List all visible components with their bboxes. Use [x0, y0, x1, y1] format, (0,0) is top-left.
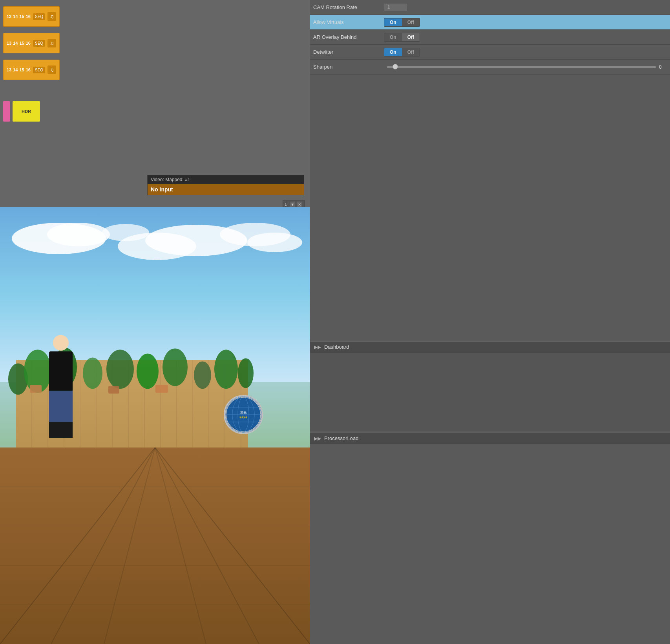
allow-virtuals-off-button[interactable]: Off — [402, 18, 420, 26]
svg-point-10 — [83, 357, 102, 389]
detwitter-label: Detwitter — [313, 49, 384, 55]
pink-ng-block — [3, 101, 10, 122]
seq-num-16b: 16 — [26, 41, 31, 45]
window-number: 1 — [285, 202, 287, 207]
dashboard-content — [310, 353, 670, 431]
svg-point-12 — [137, 353, 159, 389]
svg-line-21 — [0, 448, 155, 644]
sharpen-slider-thumb[interactable] — [393, 64, 398, 69]
dashboard-label: Dashboard — [324, 344, 349, 350]
detwitter-toggle[interactable]: On Off — [384, 48, 420, 56]
processor-section-header[interactable]: ▶▶ ProcessorLoad — [310, 433, 670, 444]
left-panel: 13 14 15 16 SEQ ♫ 13 14 15 16 SEQ ♫ 13 1… — [0, 0, 310, 208]
person-body — [49, 351, 73, 391]
allow-virtuals-label: Allow Virtuals — [313, 19, 384, 25]
right-panel: CAM Rotation Rate 1 Allow Virtuals On Of… — [310, 0, 670, 644]
hdr-block: HDR — [13, 101, 40, 122]
detwitter-row: Detwitter On Off — [310, 45, 670, 60]
video-no-input: No input — [148, 184, 304, 195]
seq-button-1[interactable]: SEQ — [33, 13, 45, 20]
seq-num-13: 13 — [7, 14, 11, 19]
floor-area — [0, 448, 310, 644]
svg-point-6 — [102, 224, 149, 241]
svg-text:世界贸易: 世界贸易 — [239, 417, 247, 419]
svg-point-5 — [247, 233, 302, 252]
sharpen-slider-container: 0 — [384, 64, 667, 70]
sharpen-row: Sharpen 0 — [310, 60, 670, 75]
seq-block-3: 13 14 15 16 SEQ ♫ — [3, 60, 60, 80]
music-button-3[interactable]: ♫ — [47, 65, 56, 74]
seq-button-3[interactable]: SEQ — [33, 67, 45, 73]
sharpen-label: Sharpen — [313, 64, 384, 70]
video-info-box: Video: Mapped: #1 No input — [147, 175, 304, 195]
svg-point-15 — [214, 349, 238, 389]
logo-badge-svg: 三元 世界贸易 — [225, 396, 262, 433]
detwitter-on-button[interactable]: On — [384, 48, 402, 56]
processor-collapse-icon[interactable]: ▶▶ — [314, 436, 321, 441]
allow-virtuals-row: Allow Virtuals On Off — [310, 15, 670, 30]
svg-line-23 — [104, 448, 155, 644]
seq-num-14c: 14 — [13, 67, 18, 72]
seq-num-15c: 15 — [20, 67, 24, 72]
ar-overlay-on-button[interactable]: On — [384, 33, 402, 41]
svg-line-25 — [155, 448, 259, 644]
music-button-2[interactable]: ♫ — [47, 39, 56, 47]
settings-panel: CAM Rotation Rate 1 Allow Virtuals On Of… — [310, 0, 670, 75]
floor-lines-svg — [0, 448, 310, 644]
detwitter-off-button[interactable]: Off — [402, 48, 420, 56]
seq-num-16: 16 — [26, 14, 31, 19]
svg-point-13 — [162, 348, 188, 386]
svg-line-26 — [155, 448, 310, 644]
seq-block-1: 13 14 15 16 SEQ ♫ — [3, 6, 60, 27]
seq-row-2: 13 14 15 16 SEQ ♫ — [3, 31, 310, 55]
settings-spacer — [310, 75, 670, 341]
cam-rotation-rate-value[interactable]: 1 — [384, 3, 407, 11]
sharpen-slider-value: 0 — [659, 64, 667, 70]
seq-num-16c: 16 — [26, 67, 31, 72]
dashboard-section-header[interactable]: ▶▶ Dashboard — [310, 341, 670, 353]
person-figure — [37, 335, 84, 460]
ar-overlay-off-button[interactable]: Off — [402, 33, 420, 41]
seq-num-13b: 13 — [7, 41, 11, 45]
svg-point-16 — [238, 358, 254, 388]
music-button-1[interactable]: ♫ — [47, 12, 56, 21]
logo-badge: 三元 世界贸易 — [224, 395, 263, 434]
window-close-button[interactable]: ✕ — [296, 201, 303, 207]
seq-block-2: 13 14 15 16 SEQ ♫ — [3, 33, 60, 53]
dashboard-collapse-icon[interactable]: ▶▶ — [314, 344, 321, 350]
allow-virtuals-toggle[interactable]: On Off — [384, 18, 420, 27]
video-info-title: Video: Mapped: #1 — [148, 175, 304, 184]
seq-num-15: 15 — [20, 14, 24, 19]
svg-line-22 — [51, 448, 155, 644]
cam-rotation-rate-row: CAM Rotation Rate 1 — [310, 0, 670, 15]
seq-button-2[interactable]: SEQ — [33, 40, 45, 47]
svg-point-1 — [47, 223, 110, 246]
person-legs — [49, 422, 73, 438]
ar-overlay-label: AR Overlay Behind — [313, 34, 384, 40]
svg-text:三元: 三元 — [240, 411, 246, 415]
ar-overlay-toggle[interactable]: On Off — [384, 33, 420, 42]
person-pants — [49, 391, 73, 422]
video-preview: 三元 世界贸易 — [0, 207, 310, 644]
clouds-svg — [0, 215, 310, 293]
seq-row-3: 13 14 15 16 SEQ ♫ — [3, 58, 310, 82]
cam-rotation-rate-label: CAM Rotation Rate — [313, 4, 384, 10]
allow-virtuals-on-button[interactable]: On — [384, 18, 402, 26]
person-head — [53, 335, 69, 351]
processor-label: ProcessorLoad — [324, 435, 358, 441]
seq-num-14: 14 — [13, 14, 18, 19]
ar-overlay-row: AR Overlay Behind On Off — [310, 30, 670, 45]
seq-num-15b: 15 — [20, 41, 24, 45]
seq-num-14b: 14 — [13, 41, 18, 45]
small-blocks-row: HDR — [3, 101, 310, 122]
sharpen-slider-track[interactable] — [387, 66, 656, 68]
svg-line-24 — [155, 448, 206, 644]
svg-rect-19 — [108, 386, 119, 393]
svg-rect-20 — [155, 385, 168, 393]
svg-point-11 — [106, 349, 134, 389]
svg-point-14 — [194, 361, 211, 389]
seq-row-1: 13 14 15 16 SEQ ♫ — [3, 5, 310, 28]
seq-num-13c: 13 — [7, 67, 11, 72]
window-dropdown-button[interactable]: ▼ — [289, 201, 296, 207]
